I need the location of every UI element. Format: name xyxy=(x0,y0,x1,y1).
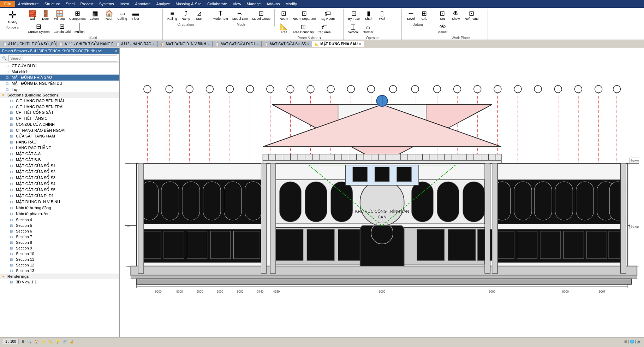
tag-room-button[interactable]: 🏷 Tag Room xyxy=(318,9,336,22)
tree-hang-rao-thang[interactable]: ⊡ HÀNG RÀO THẲNG xyxy=(0,145,119,151)
viewer-button[interactable]: 👁 Viewer xyxy=(436,23,449,35)
tree-mat-cat-bb[interactable]: ⊡ MẶT CẮT B-B xyxy=(0,157,119,163)
tree-mat-cat-cua-di-d1[interactable]: ⊡ MẶT CẮT CỬA ĐI Đ1 xyxy=(0,193,119,199)
tree-mat-cat-cua-so-s5[interactable]: ⊡ MẶT CẮT CỬA SỔ S5 xyxy=(0,187,119,193)
tree-section-9[interactable]: ⊡ Section 9 xyxy=(0,245,119,251)
model-group-button[interactable]: ⊡ Model Group xyxy=(250,9,272,22)
set-button[interactable]: ⊡ Set xyxy=(436,9,449,22)
tree-mat-cat-aa[interactable]: ⊡ MẶT CẮT A-A xyxy=(0,151,119,157)
status-icon-6[interactable]: 💡 xyxy=(55,340,60,343)
status-icon-1[interactable]: ⊞ xyxy=(22,340,24,343)
structure-menu[interactable]: Structure xyxy=(42,1,63,7)
tree-chi-tiet-cong-sat[interactable]: ⊡ CHI TIẾT CỔNG SẮT xyxy=(0,110,119,116)
room-separator-button[interactable]: ⊡ Room Separator xyxy=(291,9,318,22)
status-icon-4[interactable]: ⚡ xyxy=(41,340,46,343)
tree-mat-cat-cua-so-s3[interactable]: ⊡ MẶT CẮT CỬA SỔ S3 xyxy=(0,175,119,181)
tree-section-4[interactable]: ⊡ Section 4 xyxy=(0,217,119,223)
dormer-button[interactable]: ⌂ Dormer xyxy=(361,23,375,35)
by-face-button[interactable]: ⊡ By Face xyxy=(346,9,362,22)
tag-area-button[interactable]: 🏷 Tag Area xyxy=(316,23,333,35)
column-button[interactable]: ▦ Column xyxy=(88,9,102,22)
window-button[interactable]: 🪟 Window xyxy=(52,9,67,22)
tree-mat-cat-cua-so-s1[interactable]: ⊡ MẶT CẮT CỬA SỔ S1 xyxy=(0,163,119,169)
tab-mat-cat-cua-so-s5[interactable]: 📋 MẶT CẮT CỬA SỐ S5 × xyxy=(262,41,312,47)
wall-button[interactable]: 🧱 Wall xyxy=(26,9,39,22)
tree-section-7[interactable]: ⊡ Section 7 xyxy=(0,234,119,240)
status-icon-2[interactable]: 🔍 xyxy=(27,340,31,343)
tab-cua-di-close[interactable]: × xyxy=(257,42,258,46)
systems-menu[interactable]: Systems xyxy=(96,1,117,7)
tree-hang-rao[interactable]: ⊡ HÀNG RÀO xyxy=(0,139,119,145)
area-boundary-button[interactable]: ⊡ Area Boundary xyxy=(291,23,316,35)
tab-s5-close[interactable]: × xyxy=(307,42,309,46)
mullion-button[interactable]: │ Mullion xyxy=(73,22,87,35)
tab-mat-cat-cua-di[interactable]: 📋 MẶT CẮT CỬA ĐI Đ1 × xyxy=(213,41,262,47)
tree-sections-header[interactable]: ▼ Sections (Building Section) xyxy=(0,92,119,98)
component-button[interactable]: ⊞ Component xyxy=(67,9,88,22)
area-button[interactable]: 📐 Area xyxy=(278,23,290,35)
tree-conzol-cua-chinh[interactable]: ⊡ CONZOL CỬA CHÍNH xyxy=(0,122,119,128)
stair-button[interactable]: ⊿ Stair xyxy=(193,9,206,22)
tree-mat-cat-cua-so-s2[interactable]: ⊡ MẶT CẮT CỬA SỔ S2 xyxy=(0,169,119,175)
tree-cua-sat-tang-ham[interactable]: ⊡ CỬA SẮT TẦNG HẦM xyxy=(0,133,119,139)
tab-mat-dung-nvb[interactable]: 📋 MẶT ĐỨNG Đ. N V BÌNH × xyxy=(158,41,213,47)
status-icon-5[interactable]: 📐 xyxy=(48,340,53,343)
tab-phia-sau-close[interactable]: × xyxy=(359,42,361,46)
wall-opening-button[interactable]: ▯ Wall xyxy=(376,9,388,22)
tab-nvb-close[interactable]: × xyxy=(208,42,209,46)
tab-mat-dung-phia-sau[interactable]: 📐 MẶT ĐỨNG PHÍA SAU × xyxy=(312,41,364,47)
tree-section-8[interactable]: ⊡ Section 8 xyxy=(0,240,119,245)
vertical-button[interactable]: ⌶ Vertical xyxy=(346,23,360,35)
tree-item-mat-chinh[interactable]: ⊡ Mat chinh xyxy=(0,69,119,75)
ramp-button[interactable]: ⤴ Ramp xyxy=(180,9,192,22)
sidebar-close-button[interactable]: × xyxy=(115,49,117,53)
tree-section-13[interactable]: ⊡ Section 13 xyxy=(0,268,119,274)
tree-ct-hang-rao-ben-trai[interactable]: ⊡ C.T. HÀNG RÀO BÊN TRÁI xyxy=(0,104,119,110)
collaborate-menu[interactable]: Collaborate xyxy=(204,1,230,7)
grid-button[interactable]: ⊞ Grid xyxy=(418,9,431,22)
door-button[interactable]: 🚪 Door xyxy=(39,9,52,22)
tree-3d-view-1[interactable]: ⊡ 3D View 1.1 xyxy=(0,279,119,285)
status-icon-8[interactable]: 🔒 xyxy=(70,340,74,343)
tree-section-11[interactable]: ⊡ Section 11 xyxy=(0,257,119,262)
modify-menu[interactable]: Modify xyxy=(283,1,300,7)
tree-section-5[interactable]: ⊡ Section 5 xyxy=(0,223,119,228)
ceiling-button[interactable]: ▭ Ceiling xyxy=(116,9,129,22)
show-button[interactable]: 👁 Show xyxy=(449,9,462,22)
tree-nhin-phia-truoc[interactable]: ⊡ Nhìn từ phía trước xyxy=(0,211,119,217)
status-icon-3[interactable]: 🏠 xyxy=(34,340,38,343)
tree-mat-dung-nvb[interactable]: ⊡ MẶT ĐỨNG Đ. N V BÌNH xyxy=(0,199,119,205)
status-icon-7[interactable]: 🔗 xyxy=(62,340,67,343)
curtain-system-button[interactable]: ⊟ Curtain System xyxy=(26,22,52,35)
steel-menu[interactable]: Steel xyxy=(63,1,77,7)
railing-button[interactable]: ≡ Railing xyxy=(166,9,179,22)
massing-menu[interactable]: Massing & Site xyxy=(173,1,204,7)
tab-a111[interactable]: 📋 A111 - CHI TIẾT CỬA HÀNG RÀO S... × xyxy=(56,41,113,47)
model-text-button[interactable]: T Model Text xyxy=(211,9,230,22)
search-input[interactable] xyxy=(8,55,117,61)
floor-button[interactable]: ▬ Floor xyxy=(129,9,142,22)
annotate-menu[interactable]: Annotate xyxy=(132,1,153,7)
tree-chi-tiet-tang-1[interactable]: ⊡ CHI TIẾT TẦNG 1 xyxy=(0,116,119,122)
room-button[interactable]: ⊡ Room xyxy=(278,9,290,22)
drawing-area[interactable]: KHU VỰC CÔNG TRÌNH LÂN CẬN 9000 9000 900… xyxy=(120,48,644,337)
tree-mat-cat-cua-so-s4[interactable]: ⊡ MẶT CẮT CỬA SỔ S4 xyxy=(0,181,119,187)
shaft-button[interactable]: ▮ Shaft xyxy=(362,9,375,22)
tree-ct-hang-rao-ben-phai[interactable]: ⊡ C.T. HÀNG RÀO BÊN PHẢI xyxy=(0,98,119,104)
scale-indicator[interactable]: 1 : 100 xyxy=(3,339,19,344)
tree-item-mat-dung-nguyen-du[interactable]: ⊡ MẶT ĐỨNG Đ. NGUYÊN DU xyxy=(0,81,119,87)
tree-item-mat-dung-phia-sau[interactable]: ⊡ MẶT ĐỨNG PHÍA SAU xyxy=(0,75,119,81)
tree-item-tay[interactable]: ⊡ Tay xyxy=(0,87,119,92)
tree-item-ct-cua-di-d1[interactable]: ⊡ CT CỬA ĐI Đ1 xyxy=(0,63,119,69)
tree-section-10[interactable]: ⊡ Section 10 xyxy=(0,251,119,257)
tree-renderings-header[interactable]: ▼ Renderings xyxy=(0,274,119,279)
tab-a112[interactable]: 📋 A112 - HÀNG RÀO × xyxy=(113,41,158,47)
precast-menu[interactable]: Precast xyxy=(77,1,96,7)
roof-button[interactable]: 🏠 Roof xyxy=(103,9,115,22)
curtain-grid-button[interactable]: ⊞ Curtain Grid xyxy=(52,22,73,35)
analyze-menu[interactable]: Analyze xyxy=(153,1,173,7)
modify-button[interactable]: ✛ Modify xyxy=(6,9,19,25)
tab-a110[interactable]: 📋 A110 - CHI TIẾT CỬA SỔ ,CỬA ĐI × xyxy=(0,41,56,47)
ref-plane-button[interactable]: ⊡ Ref Plane xyxy=(463,9,481,22)
insert-menu[interactable]: Insert xyxy=(117,1,132,7)
